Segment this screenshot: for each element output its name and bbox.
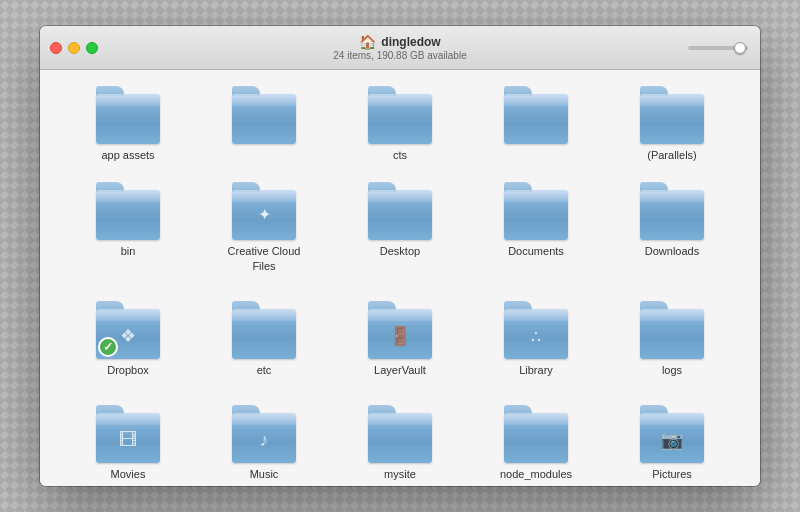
folder-body (640, 190, 704, 240)
maximize-button[interactable] (86, 42, 98, 54)
folder-label: Movies (111, 467, 146, 481)
dropbox-checkmark-icon: ✓ (98, 337, 118, 357)
list-item[interactable]: (Parallels) (604, 80, 740, 166)
folder-body (368, 94, 432, 144)
traffic-lights (50, 42, 98, 54)
folder-label: Desktop (380, 244, 420, 258)
folder-label: bin (121, 244, 136, 258)
folder-movies[interactable]: 🎞 Movies (60, 395, 196, 486)
finder-window: 🏠 dingledow 24 items, 190.88 GB availabl… (40, 26, 760, 486)
folder-body: ❖ ✓ (96, 309, 160, 359)
close-button[interactable] (50, 42, 62, 54)
content-area[interactable]: app assets cts (40, 70, 760, 486)
dropbox-symbol-icon: ❖ (120, 325, 136, 347)
folder-icon: 🚪 (366, 299, 434, 359)
list-item[interactable]: cts (332, 80, 468, 166)
folder-icon (230, 299, 298, 359)
folder-body (96, 94, 160, 144)
folder-icon (94, 84, 162, 144)
folder-icon: 🎞 (94, 403, 162, 463)
list-item[interactable] (196, 80, 332, 166)
folder-icon: ❖ ✓ (94, 299, 162, 359)
folder-node-modules[interactable]: node_modules (468, 395, 604, 486)
folder-label: logs (662, 363, 682, 377)
folder-label: mysite (384, 467, 416, 481)
folder-body (368, 413, 432, 463)
folder-icon (366, 180, 434, 240)
list-item[interactable]: app assets (60, 80, 196, 166)
folder-creative-cloud-files[interactable]: ✦ Creative CloudFiles (196, 172, 332, 281)
folder-etc[interactable]: etc (196, 291, 332, 385)
folder-icon: ✦ (230, 180, 298, 240)
folder-body (232, 309, 296, 359)
folder-body: 🎞 (96, 413, 160, 463)
folder-body: ♪ (232, 413, 296, 463)
minimize-button[interactable] (68, 42, 80, 54)
folder-label: Music (250, 467, 279, 481)
folder-body: 📷 (640, 413, 704, 463)
folder-downloads[interactable]: Downloads (604, 172, 740, 281)
folder-icon (638, 299, 706, 359)
top-partial-row: app assets cts (60, 80, 740, 166)
folders-grid: bin ✦ Creative CloudFiles Desktop (60, 172, 740, 486)
folder-label: Creative CloudFiles (228, 244, 301, 273)
folder-icon (502, 84, 570, 144)
folder-layervault[interactable]: 🚪 LayerVault (332, 291, 468, 385)
folder-icon: ♪ (230, 403, 298, 463)
folder-label: Pictures (652, 467, 692, 481)
folder-icon (638, 84, 706, 144)
folder-body (504, 94, 568, 144)
folder-icon: ⛬ (502, 299, 570, 359)
folder-label: (Parallels) (647, 148, 697, 162)
folder-label: Dropbox (107, 363, 149, 377)
folder-icon (502, 403, 570, 463)
folder-label: etc (257, 363, 272, 377)
folder-pictures[interactable]: 📷 Pictures (604, 395, 740, 486)
folder-dropbox[interactable]: ❖ ✓ Dropbox (60, 291, 196, 385)
folder-body: 🚪 (368, 309, 432, 359)
list-item[interactable] (468, 80, 604, 166)
folder-icon (366, 403, 434, 463)
folder-icon (94, 180, 162, 240)
folder-mysite[interactable]: mysite (332, 395, 468, 486)
zoom-slider[interactable] (688, 46, 748, 50)
folder-body (96, 190, 160, 240)
folder-body (368, 190, 432, 240)
folder-music[interactable]: ♪ Music (196, 395, 332, 486)
folder-label: app assets (101, 148, 154, 162)
movies-icon: 🎞 (119, 430, 137, 451)
folder-body (640, 94, 704, 144)
folder-icon (230, 84, 298, 144)
folder-icon (366, 84, 434, 144)
folder-body: ⛬ (504, 309, 568, 359)
folder-body: ✦ (232, 190, 296, 240)
folder-library[interactable]: ⛬ Library (468, 291, 604, 385)
home-icon: 🏠 (359, 34, 376, 50)
pictures-icon: 📷 (661, 429, 683, 451)
folder-desktop[interactable]: Desktop (332, 172, 468, 281)
folder-body (504, 413, 568, 463)
folder-bin[interactable]: bin (60, 172, 196, 281)
folder-documents[interactable]: Documents (468, 172, 604, 281)
window-title-text: dingledow (381, 35, 440, 49)
folder-label: cts (393, 148, 407, 162)
folder-icon (502, 180, 570, 240)
folder-label: Documents (508, 244, 564, 258)
slider-thumb[interactable] (734, 42, 746, 54)
folder-icon (638, 180, 706, 240)
layervault-icon: 🚪 (389, 325, 411, 347)
folder-label: LayerVault (374, 363, 426, 377)
library-icon: ⛬ (527, 325, 545, 346)
window-title: 🏠 dingledow (359, 34, 440, 50)
slider-track (688, 46, 748, 50)
folder-body (232, 94, 296, 144)
folder-label: Downloads (645, 244, 699, 258)
folder-logs[interactable]: logs (604, 291, 740, 385)
folder-label: node_modules (500, 467, 572, 481)
music-icon: ♪ (260, 430, 269, 451)
folder-body (640, 309, 704, 359)
window-subtitle: 24 items, 190.88 GB available (333, 50, 466, 61)
folder-icon: 📷 (638, 403, 706, 463)
creative-cloud-icon: ✦ (258, 205, 271, 224)
folder-label: Library (519, 363, 553, 377)
